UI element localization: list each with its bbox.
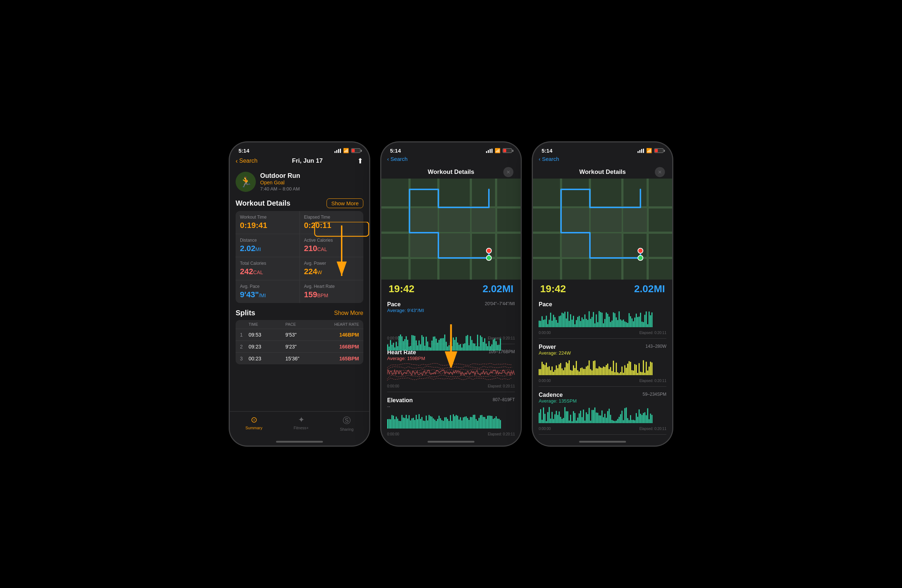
chart-subtitle: Average: 224W <box>539 350 571 356</box>
metric-label: Avg. Heart Rate <box>304 284 359 289</box>
pace-chart-canvas <box>387 333 515 350</box>
divider <box>387 392 515 392</box>
chart-range: 59–234SPM <box>643 392 666 397</box>
phone-2: 5:14 📶 ‹ Search Workout Details ✕ <box>381 142 521 446</box>
splits-header-row: Time Pace Heart Rate <box>236 320 363 329</box>
signal-bar <box>639 150 640 153</box>
fitness-icon: ✦ <box>298 415 304 425</box>
splits-title: Splits <box>236 309 255 317</box>
chart-range: 143–280W <box>645 344 666 349</box>
signal-bar <box>340 149 341 153</box>
modal-header-3: Workout Details ✕ <box>533 164 672 178</box>
tab-fitness[interactable]: ✦ Fitness+ <box>294 415 309 432</box>
back-button-1[interactable]: ‹ Search <box>236 157 258 165</box>
nav-title-1: Fri, Jun 17 <box>258 157 357 164</box>
chart-scroll-3: Pace 0:00:00 Elapsed: 0:20:11 Power <box>533 298 672 439</box>
chart-bars <box>539 357 666 377</box>
svg-rect-13 <box>410 233 438 257</box>
svg-rect-28 <box>590 208 622 232</box>
back-btn-2[interactable]: ‹ Search <box>387 156 408 162</box>
summary-label: Summary <box>245 426 262 430</box>
divider <box>539 434 666 435</box>
chart-title: Pace <box>539 301 552 308</box>
chart-cadence-3: Cadence Average: 135SPM 59–234SPM 0:00:0… <box>533 389 672 432</box>
metric-value-elapsed-time: 0:20:11 <box>304 221 359 230</box>
back-btn-3[interactable]: ‹ Search <box>539 156 559 162</box>
metric-cell-active-cal: Active Calories 210CAL <box>300 234 364 257</box>
time-1: 5:14 <box>238 147 249 154</box>
svg-rect-14 <box>439 233 470 257</box>
chart-bars <box>539 405 666 425</box>
chart-subtitle: Average: 9'43"/MI <box>387 308 424 313</box>
tab-summary[interactable]: ⊙ Summary <box>245 415 262 432</box>
splits-col-num <box>240 322 249 327</box>
back-nav-3: ‹ Search <box>533 155 672 164</box>
splits-row-2: 2 09:23 9'23" 166BPM <box>236 341 363 353</box>
phone-1: 5:14 📶 ‹ Search Fri, Jun 17 ⬆ <box>229 142 370 446</box>
metric-label: Distance <box>240 238 295 243</box>
battery-fill <box>352 149 355 152</box>
splits-pace: 9'53" <box>285 332 322 338</box>
status-bar-2: 5:14 📶 <box>381 142 521 155</box>
home-bar-3 <box>533 439 672 446</box>
stat-time-2: 19:42 <box>388 283 415 295</box>
modal-close-2[interactable]: ✕ <box>503 167 514 177</box>
signal-bar <box>338 149 339 153</box>
battery-2 <box>503 148 512 153</box>
chart-pace-3: Pace 0:00:00 Elapsed: 0:20:11 <box>533 298 672 336</box>
signal-bar <box>490 149 491 153</box>
metric-cell-pace: Avg. Pace 9'43"/MI <box>236 280 300 303</box>
tab-sharing[interactable]: Ⓢ Sharing <box>340 415 354 432</box>
status-right-2: 📶 <box>486 148 512 153</box>
chart-elapsed: Elapsed: 0:20:11 <box>488 384 515 388</box>
chart-bars: // Generate bars inline via JS after loa… <box>387 314 515 335</box>
signal-bars-3 <box>637 149 644 153</box>
metric-cell-elapsed-time: Elapsed Time 0:20:11 <box>300 211 364 234</box>
chart-bars <box>387 363 515 383</box>
phone-3: 5:14 📶 ‹ Search Workout Details ✕ <box>532 142 673 446</box>
status-right-1: 📶 <box>335 148 360 153</box>
modal-close-3[interactable]: ✕ <box>655 167 665 177</box>
metric-value-workout-time: 0:19:41 <box>240 221 295 230</box>
chart-start: 0:00:00 <box>387 432 399 436</box>
svg-rect-30 <box>562 233 589 257</box>
modal-header-2: Workout Details ✕ <box>381 164 521 178</box>
chart-subtitle: Average: 159BPM <box>387 356 425 361</box>
chart-title: Elevation <box>387 397 413 403</box>
svg-point-15 <box>486 248 492 253</box>
chart-footer: 0:00:00 Elapsed: 0:20:11 <box>539 379 666 383</box>
splits-row-1: 1 09:53 9'53" 146BPM <box>236 329 363 341</box>
metric-row-2: Distance 2.02MI Active Calories 210CAL <box>236 234 363 257</box>
splits-show-more[interactable]: Show More <box>334 310 363 316</box>
signal-bars-1 <box>335 149 341 153</box>
metric-value-power: 224W <box>304 267 359 276</box>
svg-rect-27 <box>562 208 589 232</box>
metric-cell-hr: Avg. Heart Rate 159BPM <box>300 280 364 303</box>
metric-label: Avg. Pace <box>240 284 295 289</box>
time-3: 5:14 <box>542 147 553 154</box>
splits-hr: 166BPM <box>322 344 359 350</box>
workout-time-range-1: 7:40 AM – 8:00 AM <box>260 186 300 192</box>
stat-distance-3: 2.02MI <box>634 283 665 295</box>
workout-goal-1: Open Goal <box>260 180 300 185</box>
chart-range: 807–819FT <box>493 397 515 402</box>
battery-3 <box>654 148 664 153</box>
modal-title-2: Workout Details <box>428 169 474 176</box>
status-bar-1: 5:14 📶 <box>230 142 369 155</box>
signal-bar <box>643 149 644 153</box>
metric-value-total-cal: 242CAL <box>240 267 295 276</box>
metric-cell-total-cal: Total Calories 242CAL <box>236 257 300 280</box>
stats-bar-3: 19:42 2.02MI <box>533 280 672 298</box>
chart-elapsed: Elapsed: 0:20:11 <box>639 331 666 335</box>
summary-icon: ⊙ <box>251 415 257 425</box>
battery-1 <box>351 148 360 153</box>
back-nav-2: ‹ Search <box>381 155 521 164</box>
chart-start: 0:00:00 <box>387 384 399 388</box>
chart-pace-2: Pace Average: 9'43"/MI 20'04"–7'44"/MI /… <box>381 298 521 342</box>
show-more-button[interactable]: Show More <box>327 199 363 208</box>
home-bar-2 <box>381 439 521 446</box>
share-button-1[interactable]: ⬆ <box>357 156 363 165</box>
metric-cell-distance: Distance 2.02MI <box>236 234 300 257</box>
signal-bar <box>488 150 489 153</box>
hr-chart-canvas <box>387 363 515 381</box>
